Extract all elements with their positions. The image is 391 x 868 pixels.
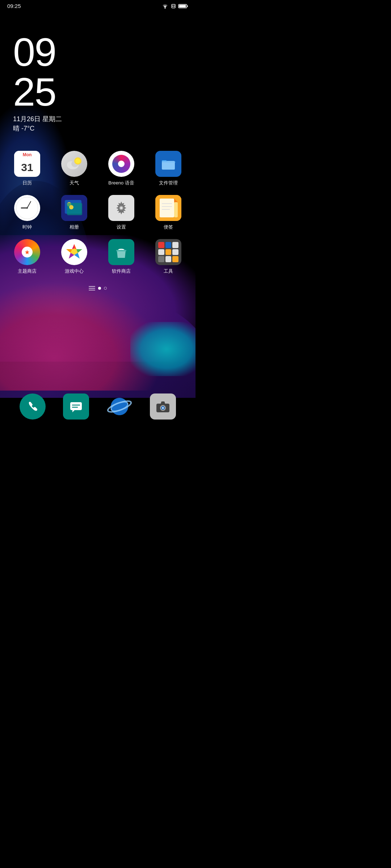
svg-point-11 [75,158,80,163]
clock-weather: 晴 -7°C [13,124,196,133]
settings-icon [108,195,134,221]
files-label: 文件管理 [159,180,178,186]
calendar-month: Mon [14,151,40,158]
dock [0,386,196,434]
calendar-icon: Mon 31 [14,151,40,177]
status-bar: 09:25 [0,0,196,10]
dock-browser[interactable] [106,393,133,420]
svg-point-25 [120,207,123,209]
notes-label: 便签 [164,224,173,230]
app-calendar[interactable]: Mon 31 日历 [4,147,51,191]
status-icons [161,4,188,9]
wifi-icon [161,4,169,9]
svg-rect-27 [160,199,174,217]
dock-messages[interactable] [63,393,89,420]
svg-point-0 [165,8,166,9]
app-game[interactable]: 游戏中心 [51,235,98,280]
game-icon [61,239,87,265]
breeno-label: Breeno 语音 [108,180,134,186]
app-theme[interactable]: 主题商店 [4,235,51,280]
page-indicators [0,280,196,297]
dock-phone[interactable] [20,393,46,420]
clock-hours: 09 [13,32,196,72]
breeno-icon [108,151,134,177]
game-label: 游戏中心 [65,268,84,275]
weather-label: 天气 [70,180,79,186]
status-time: 09:25 [7,3,21,9]
app-notes[interactable]: 便签 [145,191,192,235]
battery-icon [178,4,188,9]
svg-rect-29 [174,202,178,217]
photos-label: 相册 [70,224,79,230]
appstore-label: 软件商店 [112,268,131,275]
clock-minutes: 25 [13,72,196,112]
page-lines-icon [89,286,95,290]
svg-rect-13 [162,161,175,170]
svg-point-40 [111,398,128,415]
calendar-day: 31 [14,158,40,177]
clock-label: 时钟 [22,224,32,230]
weather-icon [61,151,87,177]
tools-label: 工具 [164,268,173,275]
app-photos[interactable]: 相册 [51,191,98,235]
app-files[interactable]: 文件管理 [145,147,192,191]
tools-icon [155,239,181,265]
svg-point-22 [69,205,73,209]
svg-rect-6 [187,5,188,7]
clock-widget: 09 25 11月26日 星期二 晴 -7°C [0,10,196,133]
app-clock[interactable]: 时钟 [4,191,51,235]
svg-rect-35 [70,402,82,410]
files-icon [155,151,181,177]
appstore-icon [108,239,134,265]
app-weather[interactable]: 天气 [51,147,98,191]
photos-icon [61,195,87,221]
dock-camera[interactable] [150,393,176,420]
app-tools[interactable]: 工具 [145,235,192,280]
browser-icon [106,393,133,420]
settings-label: 设置 [117,224,126,230]
app-grid: Mon 31 日历 天气 [0,133,196,280]
theme-icon [14,239,40,265]
sim-icon [171,4,176,9]
camera-icon [150,393,176,420]
svg-rect-3 [174,5,175,7]
phone-icon [20,393,46,420]
messages-icon [63,393,89,420]
app-breeno[interactable]: Breeno 语音 [98,147,145,191]
calendar-label: 日历 [22,180,32,186]
app-appstore[interactable]: 软件商店 [98,235,145,280]
svg-rect-2 [172,5,173,7]
svg-rect-34 [116,250,126,251]
notes-icon [155,195,181,221]
page-dot-2[interactable] [104,287,107,290]
svg-point-45 [162,407,164,409]
svg-rect-1 [172,4,175,8]
svg-rect-5 [179,5,186,7]
theme-label: 主题商店 [18,268,37,275]
svg-rect-21 [67,203,82,215]
page-dot-1[interactable] [98,287,101,290]
app-settings[interactable]: 设置 [98,191,145,235]
clock-icon [14,195,40,221]
clock-date: 11月26日 星期二 [13,115,196,123]
